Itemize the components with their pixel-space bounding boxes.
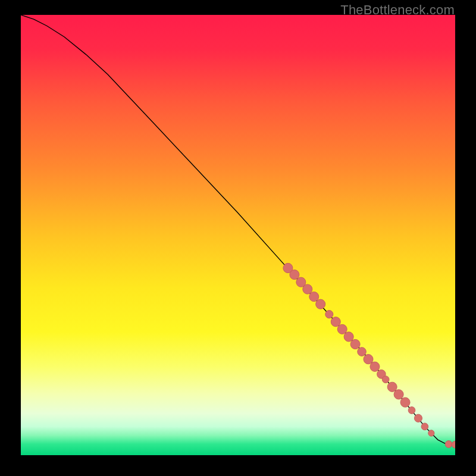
marker-point <box>370 362 380 371</box>
marker-point <box>408 407 415 414</box>
marker-point <box>387 382 397 392</box>
marker-point <box>358 347 367 356</box>
marker-point <box>344 332 353 342</box>
marker-point <box>445 441 452 448</box>
marker-point <box>303 284 312 294</box>
marker-point <box>309 292 319 301</box>
marker-point <box>364 355 373 364</box>
marker-point <box>350 339 360 349</box>
chart-plot <box>21 15 455 455</box>
marker-point <box>394 390 403 399</box>
marker-point <box>382 376 389 383</box>
marker-point <box>290 270 299 279</box>
marker-point <box>325 311 333 318</box>
marker-point <box>316 299 325 309</box>
marker-point <box>331 317 340 327</box>
chart-stage: TheBottleneck.com <box>0 0 476 476</box>
marker-point <box>414 414 422 422</box>
marker-point <box>428 430 434 436</box>
marker-point <box>400 397 410 407</box>
marker-point <box>421 423 428 430</box>
marker-point <box>337 324 347 334</box>
